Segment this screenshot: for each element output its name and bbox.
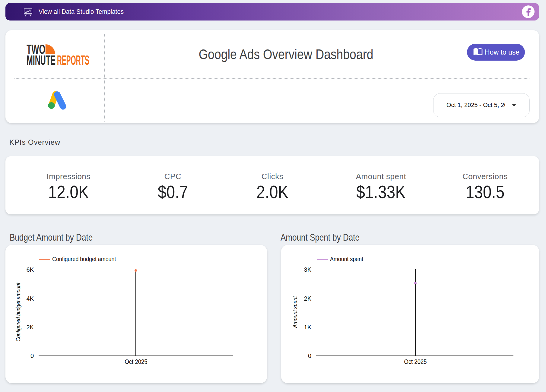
svg-text:REPORTS: REPORTS	[57, 53, 89, 66]
svg-text:MINUTE: MINUTE	[27, 53, 56, 66]
